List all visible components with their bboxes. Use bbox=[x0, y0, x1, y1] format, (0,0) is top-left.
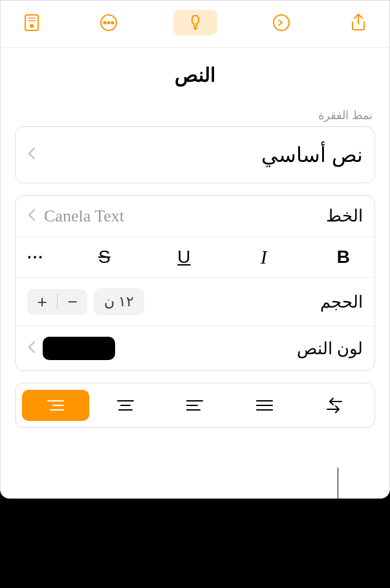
redo-icon[interactable] bbox=[268, 10, 294, 36]
more-icon[interactable] bbox=[96, 10, 122, 36]
format-brush-icon[interactable] bbox=[173, 10, 217, 36]
svg-point-4 bbox=[108, 21, 110, 23]
paragraph-style-value: نص أساسي bbox=[261, 142, 363, 167]
chevron-left-icon bbox=[27, 208, 36, 225]
text-direction-button[interactable] bbox=[301, 390, 368, 421]
font-row[interactable]: Canela Text الخط bbox=[16, 196, 374, 236]
size-label: الحجم bbox=[320, 292, 363, 312]
chevron-left-icon bbox=[27, 340, 36, 357]
text-color-label: لون النص bbox=[297, 339, 363, 359]
size-row: + − ١٢ ن الحجم bbox=[16, 277, 374, 326]
bold-button[interactable]: B bbox=[324, 247, 363, 267]
align-justify-button[interactable] bbox=[231, 390, 298, 421]
svg-point-1 bbox=[30, 24, 34, 28]
align-right-button[interactable] bbox=[22, 390, 89, 421]
svg-point-3 bbox=[104, 21, 106, 23]
color-swatch bbox=[43, 337, 115, 360]
align-left-button[interactable] bbox=[162, 390, 229, 421]
svg-point-5 bbox=[112, 21, 114, 23]
text-color-row[interactable]: لون النص bbox=[16, 326, 374, 370]
font-label: الخط bbox=[326, 206, 363, 226]
size-value[interactable]: ١٢ ن bbox=[94, 288, 144, 315]
text-style-row: ··· S U I B bbox=[16, 236, 374, 277]
paragraph-style-label: نمط الفقرة bbox=[15, 99, 375, 126]
paragraph-style-row[interactable]: نص أساسي bbox=[16, 127, 374, 183]
more-text-options-icon[interactable]: ··· bbox=[27, 248, 44, 266]
alignment-segmented bbox=[15, 383, 375, 428]
callout-line bbox=[338, 468, 338, 545]
strikethrough-button[interactable]: S bbox=[85, 247, 124, 267]
align-center-button[interactable] bbox=[92, 390, 159, 421]
chevron-left-icon bbox=[27, 146, 36, 163]
panel-title: النص bbox=[175, 64, 215, 85]
document-view-icon[interactable] bbox=[19, 10, 45, 36]
italic-button[interactable]: I bbox=[244, 246, 283, 268]
font-value: Canela Text bbox=[44, 207, 124, 226]
size-increase-button[interactable]: + bbox=[27, 289, 57, 315]
share-icon[interactable] bbox=[345, 10, 371, 36]
underline-button[interactable]: U bbox=[164, 247, 203, 267]
size-decrease-button[interactable]: − bbox=[58, 289, 87, 315]
svg-rect-0 bbox=[25, 15, 38, 30]
size-stepper: + − bbox=[27, 289, 87, 315]
top-toolbar bbox=[1, 1, 389, 48]
